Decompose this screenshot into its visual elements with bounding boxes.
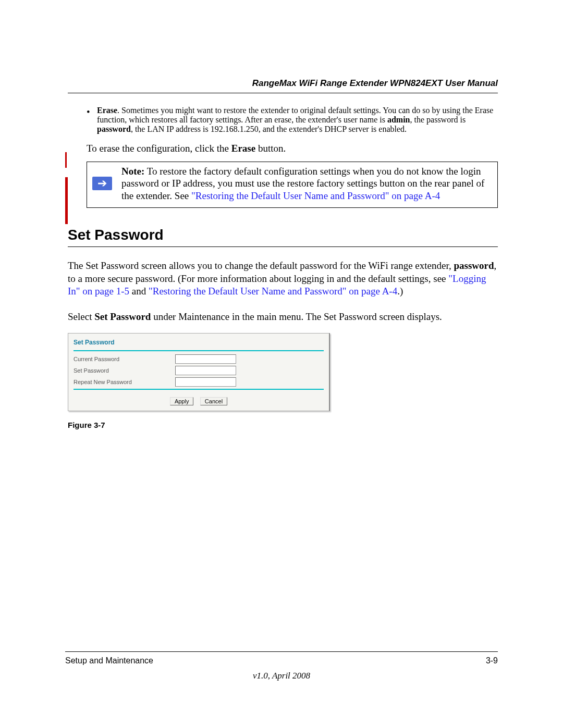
form-row-current-password: Current Password (68, 353, 329, 365)
link-restore-default[interactable]: "Restoring the Default User Name and Pas… (149, 286, 397, 297)
note-label: Note: (121, 166, 144, 177)
input-repeat-password[interactable] (175, 377, 236, 387)
bullet-item-erase: • Erase. Sometimes you might want to res… (87, 106, 498, 135)
admin-word: admin (387, 115, 410, 124)
label-set-password: Set Password (74, 367, 175, 374)
panel-divider (74, 350, 324, 351)
set-password-word: Set Password (94, 311, 151, 322)
note-box: ➔ Note: To restore the factory default c… (87, 162, 498, 208)
screenshot-set-password: Set Password Current Password Set Passwo… (68, 333, 330, 411)
note-text: Note: To restore the factory default con… (121, 165, 492, 202)
figure-label: Figure 3-7 (68, 421, 498, 429)
erase-instruction: To erase the configuration, click the Er… (87, 142, 498, 155)
footer-section: Setup and Maintenance (65, 656, 153, 665)
footer-rule (65, 651, 498, 652)
change-bar (65, 152, 67, 168)
document-header-title: RangeMax WiFi Range Extender WPN824EXT U… (68, 78, 498, 89)
label-current-password: Current Password (74, 356, 175, 362)
paragraph: Select Set Password under Maintenance in… (68, 311, 498, 324)
form-row-repeat-password: Repeat New Password (68, 376, 329, 388)
text: Select (68, 311, 94, 322)
panel-title: Set Password (68, 334, 329, 349)
section-heading-set-password: Set Password (68, 227, 498, 243)
password-word: password (454, 260, 494, 271)
input-current-password[interactable] (175, 354, 236, 364)
footer-version: v1.0, April 2008 (65, 671, 498, 681)
text: To erase the configuration, click the (87, 143, 231, 154)
text: under Maintenance in the main menu. The … (151, 311, 442, 322)
input-set-password[interactable] (175, 366, 236, 375)
text: The Set Password screen allows you to ch… (68, 260, 454, 271)
apply-button[interactable]: Apply (170, 397, 194, 405)
paragraph: The Set Password screen allows you to ch… (68, 260, 498, 298)
link-restore-default[interactable]: "Restoring the Default User Name and Pas… (191, 190, 440, 201)
bullet-text: Erase. Sometimes you might want to resto… (97, 106, 498, 135)
cancel-button[interactable]: Cancel (200, 397, 227, 405)
section-rule (68, 246, 498, 247)
panel-divider (74, 389, 324, 390)
password-word: password (97, 125, 131, 133)
note-arrow-icon: ➔ (92, 177, 112, 190)
bullet-marker: • (87, 106, 97, 119)
page-number: 3-9 (486, 656, 498, 665)
erase-button-word: Erase (231, 143, 255, 154)
header-rule (68, 93, 498, 93)
text: button. (255, 143, 286, 154)
label-repeat-password: Repeat New Password (74, 379, 175, 385)
form-row-set-password: Set Password (68, 365, 329, 376)
text: .) (397, 286, 403, 297)
erase-label: Erase (97, 106, 117, 115)
text: , the LAN IP address is 192.168.1.250, a… (131, 125, 407, 133)
text: , the password is (410, 115, 466, 124)
text: and (129, 286, 149, 297)
change-bar (65, 177, 68, 224)
